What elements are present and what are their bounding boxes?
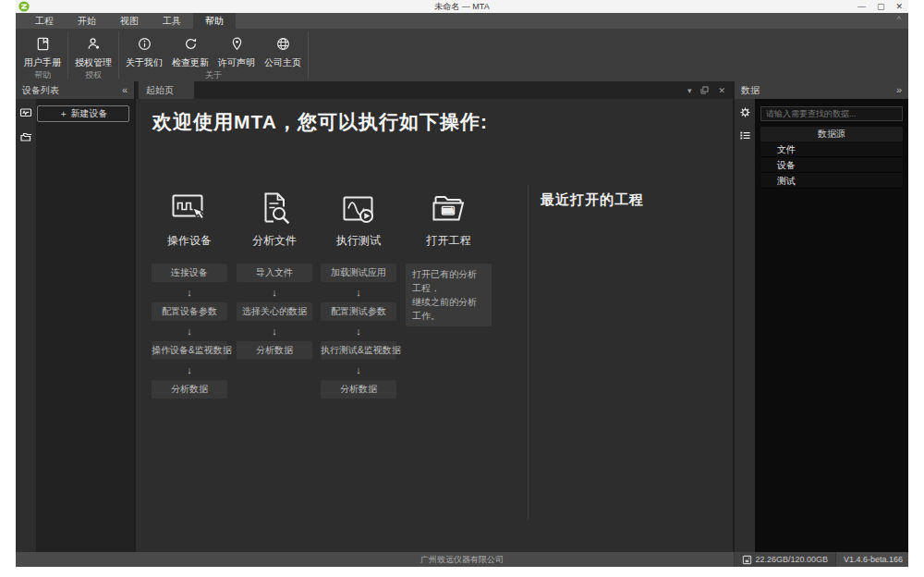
down-arrow-icon: ↓ bbox=[272, 321, 277, 341]
workflow-step-button[interactable]: 选择关心的数据 bbox=[237, 302, 312, 321]
workflow-step-button[interactable]: 配置测试参数 bbox=[321, 302, 396, 321]
workflow-column-3: MTA打开工程打开已有的分析工程，继续之前的分析工作。 bbox=[406, 187, 492, 326]
run-test-icon[interactable] bbox=[340, 187, 377, 229]
disk-icon bbox=[742, 555, 752, 565]
workflow-column-0: 操作设备连接设备↓配置设备参数↓操作设备&监视数据↓分析数据 bbox=[152, 187, 227, 399]
operate-device-icon[interactable] bbox=[171, 187, 208, 229]
title-bar: 未命名 — MTA — ▢ ✕ bbox=[16, 0, 908, 13]
ribbon-group-2: 关于我们检查更新许可声明公司主页关于 bbox=[121, 29, 306, 81]
center-pane: 起始页 ▾ ✕ 欢迎使用MTA，您可以执行如下操作: 操作设备连接设备↓配置设备… bbox=[136, 81, 733, 552]
device-panel-strip bbox=[16, 99, 36, 552]
workflow-column-title: 操作设备 bbox=[167, 233, 212, 252]
workflow-step-button[interactable]: 分析数据 bbox=[237, 341, 312, 360]
data-source-row-1[interactable]: 设备 bbox=[760, 157, 903, 173]
svg-text:MTA: MTA bbox=[443, 208, 454, 214]
license-pin-icon bbox=[229, 34, 245, 53]
ribbon-group-label: 关于 bbox=[121, 69, 306, 81]
data-panel: 数据 » 数据源 文件设备测试 bbox=[735, 81, 908, 552]
workflow-step-button[interactable]: 连接设备 bbox=[152, 264, 227, 282]
data-list-icon[interactable] bbox=[739, 129, 751, 141]
open-project-icon[interactable]: MTA bbox=[431, 187, 468, 229]
window-title: 未命名 — MTA bbox=[16, 1, 908, 13]
ribbon: 用户手册帮助授权管理授权关于我们检查更新许可声明公司主页关于 bbox=[16, 29, 908, 81]
device-list-title: 设备列表 bbox=[22, 85, 59, 95]
ribbon-button-公司主页[interactable]: 公司主页 bbox=[260, 29, 306, 69]
welcome-heading: 欢迎使用MTA，您可以执行如下操作: bbox=[152, 109, 488, 135]
workflow-step-button[interactable]: 操作设备&监视数据 bbox=[152, 341, 227, 360]
new-device-button[interactable]: ＋ 新建设备 bbox=[37, 105, 129, 122]
ribbon-button-label: 检查更新 bbox=[172, 56, 209, 69]
manual-icon bbox=[35, 34, 51, 53]
data-source-rows: 文件设备测试 bbox=[760, 141, 903, 189]
status-bar: 广州致远仪器有限公司 22.26GB/120.00GB V1.4.6-beta.… bbox=[16, 552, 908, 567]
auth-user-icon bbox=[86, 34, 102, 53]
workflow-step-button[interactable]: 加载测试应用 bbox=[321, 264, 396, 282]
ribbon-separator bbox=[118, 31, 119, 79]
main-area: 设备列表 « ＋ 新建设备 起始页 ▾ ✕ 欢迎使用MTA，您可以 bbox=[16, 81, 908, 552]
ribbon-button-用户手册[interactable]: 用户手册 bbox=[19, 29, 66, 69]
menu-item-1[interactable]: 开始 bbox=[66, 13, 108, 29]
ribbon-button-label: 授权管理 bbox=[75, 56, 112, 69]
ribbon-button-检查更新[interactable]: 检查更新 bbox=[167, 29, 213, 69]
open-project-note: 打开已有的分析工程，继续之前的分析工作。 bbox=[406, 264, 492, 326]
ribbon-group-label: 授权 bbox=[70, 69, 116, 81]
menu-item-0[interactable]: 工程 bbox=[23, 13, 66, 29]
globe-icon bbox=[275, 34, 291, 53]
workflow-column-2: 执行测试加载测试应用↓配置测试参数↓执行测试&监视数据↓分析数据 bbox=[321, 187, 396, 399]
workflow-step-button[interactable]: 分析数据 bbox=[321, 380, 396, 399]
analyze-file-icon[interactable] bbox=[256, 187, 293, 229]
data-panel-header: 数据 » bbox=[735, 81, 908, 99]
data-source-row-0[interactable]: 文件 bbox=[760, 141, 903, 157]
app-window: 未命名 — MTA — ▢ ✕ 工程开始视图工具帮助 ^ 用户手册帮助授权管理授… bbox=[16, 0, 908, 567]
data-search-input[interactable] bbox=[760, 106, 903, 121]
storage-indicator: 22.26GB/120.00GB bbox=[734, 552, 836, 567]
minimize-button[interactable]: — bbox=[857, 0, 866, 13]
info-icon bbox=[137, 34, 152, 53]
tab-list-dropdown-icon[interactable]: ▾ bbox=[687, 86, 692, 95]
ribbon-button-许可声明[interactable]: 许可声明 bbox=[213, 29, 260, 69]
ribbon-separator bbox=[308, 31, 309, 79]
workflow-step-button[interactable]: 配置设备参数 bbox=[152, 302, 227, 321]
collapse-ribbon-icon[interactable]: ^ bbox=[897, 15, 901, 24]
tab-float-icon[interactable] bbox=[700, 86, 709, 94]
ribbon-button-label: 许可声明 bbox=[218, 56, 255, 69]
close-button[interactable]: ✕ bbox=[895, 0, 903, 13]
down-arrow-icon: ↓ bbox=[356, 282, 361, 302]
tab-close-icon[interactable]: ✕ bbox=[718, 86, 725, 95]
down-arrow-icon: ↓ bbox=[356, 321, 361, 341]
expand-panel-icon[interactable]: » bbox=[896, 81, 902, 99]
ribbon-group-0: 用户手册帮助 bbox=[19, 29, 66, 81]
version-label: V1.4.6-beta.166 bbox=[844, 552, 903, 567]
ribbon-button-关于我们[interactable]: 关于我们 bbox=[121, 29, 167, 69]
workflow-step-button[interactable]: 执行测试&监视数据 bbox=[321, 341, 396, 360]
update-icon bbox=[183, 34, 199, 53]
workflow-column-1: 分析文件导入文件↓选择关心的数据↓分析数据 bbox=[237, 187, 312, 360]
workflow-step-button[interactable]: 导入文件 bbox=[237, 264, 312, 282]
workflow-column-title: 打开工程 bbox=[427, 233, 471, 252]
ribbon-group-label: 帮助 bbox=[19, 69, 66, 81]
tab-start-page[interactable]: 起始页 bbox=[139, 81, 194, 99]
ribbon-button-授权管理[interactable]: 授权管理 bbox=[70, 29, 116, 69]
device-list-header: 设备列表 « bbox=[16, 81, 134, 99]
collapse-panel-icon[interactable]: « bbox=[122, 81, 128, 99]
content-divider bbox=[528, 185, 529, 520]
data-gear-icon[interactable] bbox=[739, 106, 751, 118]
down-arrow-icon: ↓ bbox=[187, 360, 192, 380]
data-panel-title: 数据 bbox=[741, 85, 760, 95]
maximize-button[interactable]: ▢ bbox=[877, 0, 885, 13]
data-source-header: 数据源 bbox=[760, 127, 903, 141]
menu-item-2[interactable]: 视图 bbox=[108, 13, 151, 29]
workflow-step-button[interactable]: 分析数据 bbox=[152, 380, 227, 399]
device-strip-icon[interactable] bbox=[19, 106, 32, 119]
menu-item-4[interactable]: 帮助 bbox=[193, 13, 236, 29]
tab-bar: 起始页 ▾ ✕ bbox=[136, 81, 733, 99]
device-list-panel: 设备列表 « ＋ 新建设备 bbox=[16, 81, 134, 552]
ribbon-button-label: 公司主页 bbox=[264, 56, 301, 69]
menu-item-3[interactable]: 工具 bbox=[151, 13, 193, 29]
menu-bar-items: 工程开始视图工具帮助 bbox=[16, 13, 908, 29]
data-panel-content: 数据源 文件设备测试 bbox=[755, 99, 908, 552]
data-source-row-2[interactable]: 测试 bbox=[760, 173, 903, 189]
down-arrow-icon: ↓ bbox=[187, 282, 192, 302]
workflow-column-title: 执行测试 bbox=[336, 233, 381, 252]
project-folder-icon[interactable] bbox=[19, 130, 32, 143]
